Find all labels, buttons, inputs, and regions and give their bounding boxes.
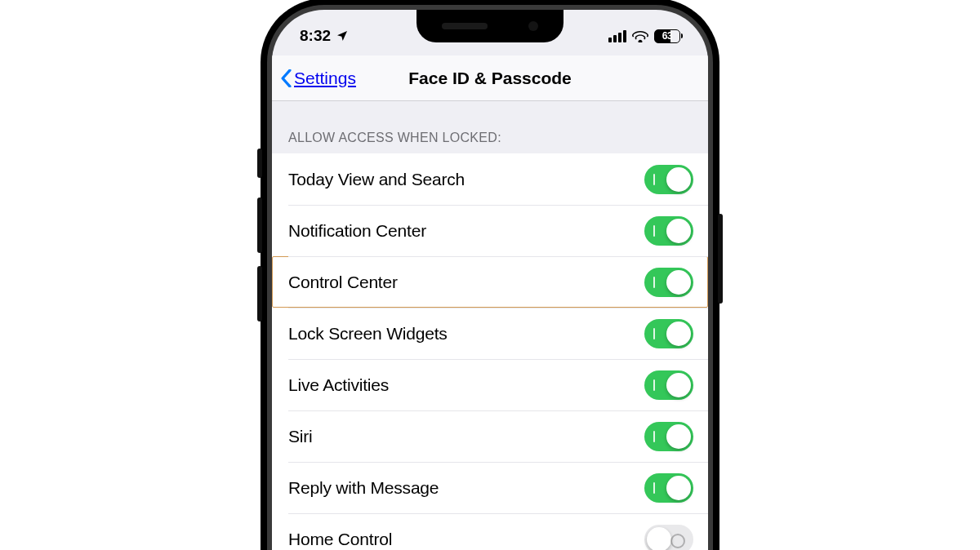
toggle-knob <box>666 322 691 346</box>
row-label: Lock Screen Widgets <box>288 324 448 344</box>
settings-row[interactable]: Notification Center <box>272 205 708 256</box>
row-label: Live Activities <box>288 375 389 395</box>
screen: 8:32 63 <box>272 10 708 550</box>
mute-switch <box>257 149 262 178</box>
settings-row[interactable]: Home Control <box>272 513 708 550</box>
settings-list: Today View and SearchNotification Center… <box>272 153 708 550</box>
toggle-knob <box>666 476 691 500</box>
settings-row[interactable]: Reply with Message <box>272 462 708 513</box>
toggle-switch[interactable] <box>644 319 693 348</box>
toggle-switch[interactable] <box>644 268 693 297</box>
toggle-knob <box>666 270 691 295</box>
toggle-switch[interactable] <box>644 165 693 194</box>
front-camera <box>528 21 538 31</box>
back-label: Settings <box>294 69 356 88</box>
settings-row[interactable]: Control Center <box>272 256 708 308</box>
status-time: 8:32 <box>300 27 331 45</box>
toggle-switch[interactable] <box>644 370 693 400</box>
row-label: Today View and Search <box>288 170 465 189</box>
content-scroll[interactable]: ALLOW ACCESS WHEN LOCKED: Today View and… <box>272 101 708 550</box>
section-header: ALLOW ACCESS WHEN LOCKED: <box>272 101 708 153</box>
settings-row[interactable]: Today View and Search <box>272 153 708 205</box>
toggle-switch[interactable] <box>644 473 693 503</box>
nav-bar: Settings Face ID & Passcode <box>272 55 708 101</box>
toggle-switch[interactable] <box>644 525 693 551</box>
toggle-knob <box>647 527 671 551</box>
notch <box>416 10 564 42</box>
chevron-left-icon <box>280 69 292 87</box>
volume-down-button <box>257 266 262 322</box>
toggle-knob <box>666 219 691 243</box>
row-label: Reply with Message <box>288 478 439 498</box>
toggle-switch[interactable] <box>644 216 693 246</box>
row-label: Control Center <box>288 273 398 292</box>
toggle-switch[interactable] <box>644 422 693 451</box>
location-icon <box>336 29 349 42</box>
toggle-knob <box>666 167 691 192</box>
row-label: Siri <box>288 427 313 446</box>
settings-row[interactable]: Live Activities <box>272 359 708 410</box>
row-label: Notification Center <box>288 221 426 241</box>
speaker-grill <box>442 23 488 29</box>
phone-frame: 8:32 63 <box>261 0 719 550</box>
row-label: Home Control <box>288 530 392 549</box>
toggle-knob <box>666 424 691 449</box>
settings-row[interactable]: Siri <box>272 410 708 462</box>
settings-row[interactable]: Lock Screen Widgets <box>272 308 708 359</box>
volume-up-button <box>257 197 262 253</box>
battery-icon: 63 <box>654 29 680 43</box>
wifi-icon <box>632 30 648 42</box>
cellular-icon <box>608 30 626 42</box>
back-button[interactable]: Settings <box>280 69 356 88</box>
toggle-knob <box>666 373 691 397</box>
power-button <box>718 214 723 304</box>
